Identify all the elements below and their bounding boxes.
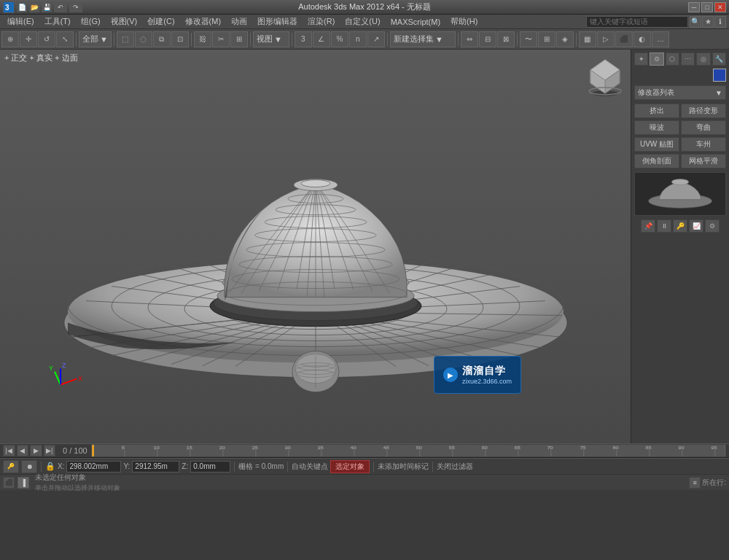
- auto-key-btn[interactable]: ⏺: [21, 460, 37, 473]
- graph-icon[interactable]: 📈: [689, 219, 703, 233]
- menu-animation[interactable]: 动画: [227, 15, 252, 28]
- align-view-btn[interactable]: ⊠: [497, 31, 515, 47]
- render-setup-btn[interactable]: ▦: [579, 31, 596, 47]
- move-btn[interactable]: ✛: [20, 31, 37, 47]
- menu-help[interactable]: 帮助(H): [446, 15, 482, 28]
- path-deform-btn[interactable]: 路径变形: [681, 104, 726, 118]
- pause-icon[interactable]: ⏸: [657, 219, 671, 233]
- menu-render[interactable]: 渲染(R): [303, 15, 339, 28]
- lasso-btn[interactable]: ◌: [135, 31, 152, 47]
- key-icon[interactable]: 🔑: [673, 219, 687, 233]
- window-controls[interactable]: ─ □ ✕: [688, 2, 726, 12]
- sep-status-5: [432, 462, 433, 472]
- bend-btn[interactable]: 弯曲: [681, 120, 726, 135]
- select-mode-btn[interactable]: ⊕: [1, 31, 19, 47]
- modifier-list-dropdown[interactable]: 修改器列表 ▼: [634, 85, 726, 100]
- close-button[interactable]: ✕: [714, 2, 726, 12]
- snap3d-btn[interactable]: 3: [295, 31, 312, 47]
- status-sub: 单击并拖动以选择并移动对象: [35, 483, 120, 493]
- link-btn[interactable]: ⛓: [194, 31, 211, 47]
- fence-btn[interactable]: ⧉: [153, 31, 171, 47]
- star-btn[interactable]: ★: [702, 16, 714, 28]
- color-swatch[interactable]: [713, 69, 726, 82]
- svg-text:25: 25: [252, 446, 258, 450]
- modify-panel-icon[interactable]: ⚙: [650, 52, 663, 66]
- align-btn[interactable]: ⊟: [479, 31, 496, 47]
- prev-frame-btn[interactable]: ◀: [17, 445, 29, 456]
- bevel-profile-btn[interactable]: 倒角剖面: [634, 154, 679, 168]
- redo-icon[interactable]: ↷: [69, 2, 82, 12]
- menu-modifiers[interactable]: 修改器(M): [181, 15, 226, 28]
- render-frame-btn[interactable]: ⬛: [615, 31, 633, 47]
- window-title: Autodesk 3ds Max 2012 x64 - 无标题: [298, 1, 431, 12]
- menu-view[interactable]: 视图(V): [106, 15, 142, 28]
- key-mode-btn[interactable]: 🔑: [3, 460, 19, 473]
- material-btn[interactable]: ◈: [556, 31, 574, 47]
- auto-key-button[interactable]: 选定对象: [330, 460, 370, 473]
- pin-icon[interactable]: 📌: [641, 219, 655, 233]
- select-all-dropdown[interactable]: 全部 ▼: [79, 31, 112, 47]
- menu-create[interactable]: 创建(C): [143, 15, 179, 28]
- snap-angle-btn[interactable]: ∠: [313, 31, 330, 47]
- view-dropdown[interactable]: 视图 ▼: [253, 31, 289, 47]
- z-label: Z:: [182, 462, 188, 470]
- extrude-btn[interactable]: 挤出: [634, 104, 679, 118]
- menu-graph-editor[interactable]: 图形编辑器: [253, 15, 302, 28]
- play-btn[interactable]: ▶: [30, 445, 42, 456]
- bind-btn[interactable]: ⊞: [230, 31, 248, 47]
- hierarchy-panel-icon[interactable]: ⬡: [666, 52, 679, 66]
- noise-btn[interactable]: 噪波: [634, 120, 679, 135]
- uvw-map-btn[interactable]: UVW 贴图: [634, 137, 679, 152]
- motion-panel-icon[interactable]: ⋯: [681, 52, 695, 66]
- create-panel-icon[interactable]: ✦: [634, 52, 648, 66]
- viewcube[interactable]: [585, 57, 620, 92]
- menu-customize[interactable]: 自定义(U): [340, 15, 384, 28]
- bottom-icon2[interactable]: ▐: [17, 477, 29, 489]
- x-input[interactable]: [66, 461, 121, 472]
- render-btn[interactable]: ▷: [597, 31, 615, 47]
- select-filter-btn[interactable]: ⊡: [171, 31, 189, 47]
- open-icon[interactable]: 📂: [29, 2, 39, 12]
- selection-set-dropdown[interactable]: 新建选择集 ▼: [390, 31, 456, 47]
- z-input[interactable]: [190, 461, 230, 472]
- curve-editor-btn[interactable]: 〜: [520, 31, 537, 47]
- menu-tools[interactable]: 工具(T): [40, 15, 75, 28]
- select-btn[interactable]: ⬚: [117, 31, 134, 47]
- svg-text:Y: Y: [49, 365, 53, 372]
- y-input[interactable]: [132, 461, 179, 472]
- mirror-btn[interactable]: ⇔: [461, 31, 478, 47]
- schematic-btn[interactable]: ⊞: [538, 31, 555, 47]
- new-icon[interactable]: 📄: [17, 2, 27, 12]
- search-input[interactable]: [586, 16, 688, 28]
- display-panel-icon[interactable]: ◎: [696, 52, 710, 66]
- activeshade-btn[interactable]: ◐: [634, 31, 651, 47]
- snap-percent-btn[interactable]: %: [331, 31, 348, 47]
- snap-spinner-btn[interactable]: n: [349, 31, 367, 47]
- rotate-btn[interactable]: ↺: [38, 31, 55, 47]
- search-btn[interactable]: 🔍: [690, 16, 701, 28]
- unlink-btn[interactable]: ✂: [212, 31, 230, 47]
- maximize-button[interactable]: □: [701, 2, 713, 12]
- utilities-panel-icon[interactable]: 🔧: [712, 52, 726, 66]
- settings-icon[interactable]: ⚙: [705, 219, 720, 233]
- menu-edit[interactable]: 编辑(E): [3, 15, 39, 28]
- timeline-controls: |◀ ◀ ▶ ▶|: [0, 445, 58, 456]
- mesh-smooth-btn[interactable]: 网格平滑: [681, 154, 726, 168]
- menu-maxscript[interactable]: MAXScript(M): [386, 16, 445, 28]
- next-frame-btn[interactable]: ▶|: [44, 445, 56, 456]
- menu-group[interactable]: 组(G): [77, 15, 105, 28]
- scale-btn[interactable]: ⤡: [56, 31, 74, 47]
- goto-start-btn[interactable]: |◀: [3, 445, 15, 456]
- save-icon[interactable]: 💾: [42, 2, 52, 12]
- bottom-icon1[interactable]: ⬛: [3, 477, 15, 489]
- add-key-label: 未添加时间标记: [378, 462, 429, 472]
- minimize-button[interactable]: ─: [688, 2, 700, 12]
- undo-icon[interactable]: ↶: [54, 2, 67, 12]
- timeline-slider[interactable]: 5 10 15 20 25 30 35 40 45 50 55 60 65 70…: [91, 444, 726, 457]
- render-more-btn[interactable]: …: [652, 31, 669, 47]
- viewport[interactable]: + 正交 + 真实 + 边面: [0, 50, 631, 443]
- row-icon[interactable]: ≡: [689, 477, 701, 489]
- info-btn[interactable]: ℹ: [714, 16, 726, 28]
- snap-extra-btn[interactable]: ↗: [367, 31, 385, 47]
- lathe-btn[interactable]: 车州: [681, 137, 726, 152]
